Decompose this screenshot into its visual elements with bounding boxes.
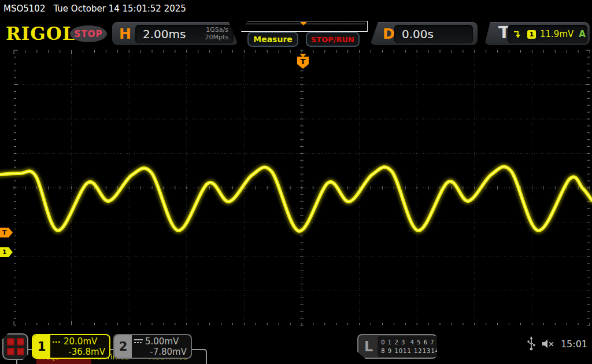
trigger-sweep-mode: A — [579, 29, 586, 39]
rigol-logo: RIGOL — [6, 23, 76, 44]
trigger-block[interactable]: T 1 11.9mV A — [484, 22, 590, 45]
memory-depth-value: 20Mpts — [205, 34, 228, 42]
bottom-status-bar: 1 20.0mV -36.8mV 2 5.00mV -7.80mV L 0 1 … — [0, 329, 592, 364]
overview-zigzag-icon — [242, 21, 367, 31]
dc-coupling-icon — [53, 340, 61, 343]
usb-icon — [527, 336, 535, 351]
model-name: MSO5102 — [3, 3, 45, 14]
speaker-muted-icon[interactable] — [541, 338, 555, 350]
channel2-offset: -7.80mV — [134, 347, 187, 357]
trigger-position-shield: T — [297, 57, 309, 69]
trigger-inset: 1 11.9mV A — [508, 25, 587, 43]
delay-inset: 0.00s — [394, 25, 473, 43]
timebase-value: 2.00ms — [143, 27, 205, 41]
grid-cell-icon — [17, 348, 24, 355]
channel1-status-block[interactable]: 1 20.0mV -36.8mV — [32, 334, 110, 359]
channel2-status-block[interactable]: 2 5.00mV -7.80mV — [113, 334, 192, 359]
delay-value: 0.00s — [402, 27, 434, 41]
channel2-scale: 5.00mV — [145, 336, 179, 347]
channel1-offset: -36.8mV — [53, 347, 105, 357]
channel1-scale: 20.0mV — [64, 336, 97, 347]
measure-button[interactable]: Measure — [247, 32, 298, 47]
grid-cell-icon — [17, 338, 24, 346]
acquisition-status-badge: STOP — [70, 25, 107, 42]
logic-channels-block[interactable]: L 0 1 2 3 4 5 6 78 9 1011 12131415 — [357, 334, 437, 359]
horizontal-timebase-block[interactable]: H 2.00ms 1GSa/s 20Mpts — [112, 22, 238, 45]
timebase-inset: 2.00ms 1GSa/s 20Mpts — [135, 25, 234, 43]
datetime: Tue October 14 15:01:52 2025 — [53, 3, 186, 14]
trigger-position-marker[interactable]: T — [297, 54, 309, 68]
waveform-overview-strip[interactable] — [241, 21, 368, 32]
logic-row1: 0 1 2 3 4 5 6 7 — [381, 339, 434, 346]
trigger-source-badge: 1 — [527, 30, 536, 39]
stop-run-button[interactable]: STOP/RUN — [306, 32, 360, 47]
logic-row2: 8 9 1011 12131415 — [381, 348, 448, 354]
channel2-number-tab: 2 — [114, 335, 132, 358]
horizontal-label: H — [119, 25, 131, 42]
header-bar: RIGOL STOP H 2.00ms 1GSa/s 20Mpts Measur… — [0, 17, 592, 49]
title-bar: MSO5102 Tue October 14 15:01:52 2025 — [0, 0, 592, 17]
trigger-level-value: 11.9mV — [540, 29, 574, 39]
logic-channel-numbers: 0 1 2 3 4 5 6 78 9 1011 12131415 — [378, 336, 452, 357]
delay-label: D — [383, 25, 395, 42]
graticule-and-trace — [0, 49, 592, 326]
waveform-display: T T 1 Freq1 238.71Hz FallTime1 2.4727ms … — [0, 49, 592, 326]
falling-edge-icon — [513, 29, 523, 39]
dc-coupling-icon — [134, 339, 143, 343]
sample-rate: 1GSa/s 20Mpts — [205, 27, 228, 41]
clock: 15:01 — [561, 339, 587, 350]
delay-block[interactable]: D 0.00s — [370, 22, 478, 45]
logic-label: L — [364, 339, 373, 355]
channel1-number-tab: 1 — [33, 335, 50, 358]
grid-cell-icon — [7, 338, 14, 346]
grid-cell-icon — [7, 348, 14, 355]
function-grid-icon[interactable] — [2, 333, 28, 360]
